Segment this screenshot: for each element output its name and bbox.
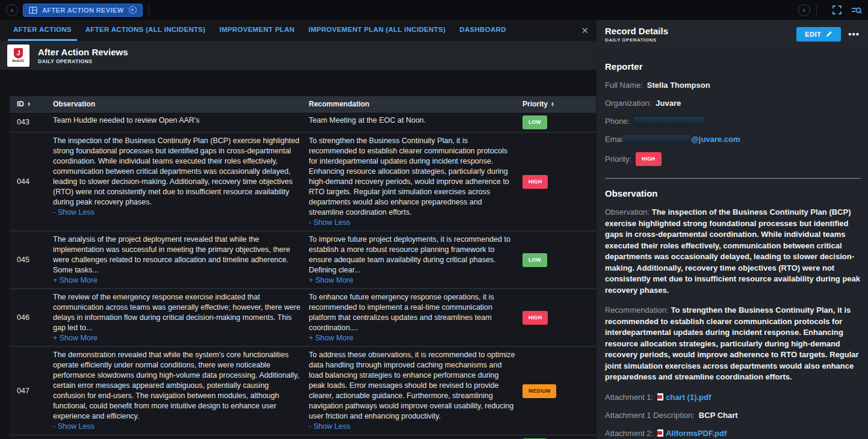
view-tab-bar: AFTER ACTIONS AFTER ACTIONS (ALL INCIDEN… [0,20,597,41]
table-header-row: ID ▲▼ Observation Recommendation Priorit… [10,96,596,112]
recommendation-paragraph: Recommendation:To strengthen the Busines… [605,305,861,383]
priority-badge: MEDIUM [522,384,556,398]
tab-improvement-plan-all-incidents[interactable]: IMPROVEMENT PLAN (ALL INCIDENTS) [303,20,451,41]
row-recommendation: To improve future project deployments, i… [309,232,522,288]
show-less-link[interactable]: - Show Less [53,207,95,218]
row-observation: The review of the emergency response exe… [53,289,309,346]
priority-badge: HIGH [636,152,661,166]
row-priority: LOW [522,435,596,439]
tab-after-actions-all-incidents[interactable]: AFTER ACTIONS (ALL INCIDENTS) [80,20,211,41]
show-more-link[interactable]: + Show More [53,275,98,286]
row-recommendation: To enhance future emergency response ope… [309,289,522,346]
board-icon [29,7,37,14]
webeoc-logo: J WebEOC [7,45,29,67]
attachment-2-link[interactable]: AllformsPDF.pdf [666,428,727,438]
page-subtitle: DAILY OPERATIONS [38,58,128,64]
row-id: 047 [10,347,53,434]
row-recommendation-text: To improve future project deployments, i… [309,235,516,275]
attachment-1-field: Attachment 1: chart (1).pdf [605,392,861,402]
tab-after-actions[interactable]: AFTER ACTIONS [8,20,77,41]
row-id: 042 [10,435,53,439]
show-less-link[interactable]: - Show Less [309,218,350,228]
show-less-link[interactable]: - Show Less [309,422,350,432]
table-row[interactable]: 044The inspection of the Business Contin… [10,133,596,232]
organization-field: Organization: Juvare [605,98,861,108]
row-recommendation: To address these observations, it is rec… [309,347,522,434]
row-observation-text: The demonstration revealed that while th… [53,350,303,422]
reporter-heading: Reporter [605,61,861,72]
priority-badge: HIGH [522,311,548,325]
column-header-id[interactable]: ID ▲▼ [10,96,53,112]
row-observation-text: Team Huddle needed to review Open AAR's [53,115,303,126]
row-recommendation-text: To address these observations, it is rec… [309,350,516,422]
record-details-body: Reporter Full Name: Stella Thompson Orga… [597,48,868,439]
redacted-phone-value [634,117,705,126]
priority-field: Priority: HIGH [605,152,861,166]
attachment-2-field: Attachment 2: AllformsPDF.pdf [605,428,861,438]
row-priority: LOW [522,232,596,288]
column-header-recommendation[interactable]: Recommendation [309,96,522,112]
row-id: 043 [10,112,53,132]
table-body: 043Team Huddle needed to review Open AAR… [10,112,597,439]
workspace-tab[interactable]: AFTER ACTION REVIEW ✕ [23,4,143,17]
top-bar: ‹ AFTER ACTION REVIEW ✕ › [0,0,868,20]
redacted-email-value [623,135,690,144]
table-row[interactable]: 045The analysis of the project deploymen… [10,232,596,289]
table-row[interactable]: 047The demonstration revealed that while… [10,347,596,435]
table-row[interactable]: 046The review of the emergency response … [10,289,596,347]
record-details-panel: Record Details DAILY OPERATIONS EDIT •••… [597,20,868,439]
filter-search-icon[interactable] [851,6,862,14]
tab-dashboard[interactable]: DASHBOARD [454,20,511,41]
more-options-icon[interactable]: ••• [848,29,860,39]
column-header-priority[interactable]: Priority ▲▼ [522,96,596,112]
forward-button[interactable]: › [798,4,810,16]
sort-icon: ▲▼ [551,102,554,107]
pdf-icon [657,429,663,437]
aar-table: ID ▲▼ Observation Recommendation Priorit… [0,96,597,439]
sort-icon: ▲▼ [27,102,31,107]
attachment-1-link[interactable]: chart (1).pdf [666,392,711,402]
full-name-field: Full Name: Stella Thompson [605,80,861,90]
column-header-observation[interactable]: Observation [53,96,309,112]
row-observation-text: The analysis of the project deployment r… [53,235,303,275]
email-domain-link[interactable]: @juvare.com [691,134,740,144]
edit-button[interactable]: EDIT [796,27,841,41]
row-recommendation-text: To strengthen the Business Continuity Pl… [309,136,516,218]
observation-paragraph: Observation:The inspection of the Busine… [605,207,861,296]
workspace-tab-label: AFTER ACTION REVIEW [42,7,124,14]
phone-field: Phone: [605,116,861,126]
observation-heading: Observation [605,188,861,198]
show-less-link[interactable]: - Show Less [53,422,95,432]
page-title: After Action Reviews [38,47,128,57]
pencil-icon [826,31,832,37]
row-recommendation-text: Team Meeting at the EOC at Noon. [309,115,516,126]
priority-badge: LOW [522,115,547,129]
fullscreen-icon[interactable] [832,5,842,14]
row-recommendation: To strengthen the Business Continuity Pl… [309,133,522,230]
workspace-tab-close-icon[interactable]: ✕ [129,6,137,14]
app-root: ‹ AFTER ACTION REVIEW ✕ › [0,0,868,439]
row-observation: Emergency notifications delay [53,435,309,439]
close-icon[interactable]: ✕ [581,25,589,36]
row-id: 044 [10,133,53,230]
row-id: 045 [10,232,53,288]
back-button[interactable]: ‹ [6,4,18,16]
show-more-link[interactable]: + Show More [309,333,353,343]
show-more-link[interactable]: + Show More [53,333,98,343]
tab-improvement-plan[interactable]: IMPROVEMENT PLAN [214,20,300,41]
table-row[interactable]: 043Team Huddle needed to review Open AAR… [10,112,596,133]
priority-badge: LOW [522,253,547,267]
row-recommendation: Team Meeting at the EOC at Noon. [309,112,522,132]
row-priority: LOW [522,112,596,132]
row-recommendation: Reach out to vendor. [309,435,522,439]
record-details-subtitle: DAILY OPERATIONS [605,37,668,43]
record-details-header: Record Details DAILY OPERATIONS EDIT ••• [597,20,868,48]
row-priority: HIGH [522,133,596,230]
chevron-right-icon: › [803,6,805,14]
topbar-divider-right [816,5,817,16]
row-id: 046 [10,289,53,346]
attachment-1-description-field: Attachment 1 Description: BCP Chart [605,410,861,420]
table-row[interactable]: 042Emergency notifications delayReach ou… [10,435,596,439]
show-more-link[interactable]: + Show More [309,275,353,286]
email-field: Email: @juvare.com [605,134,861,144]
